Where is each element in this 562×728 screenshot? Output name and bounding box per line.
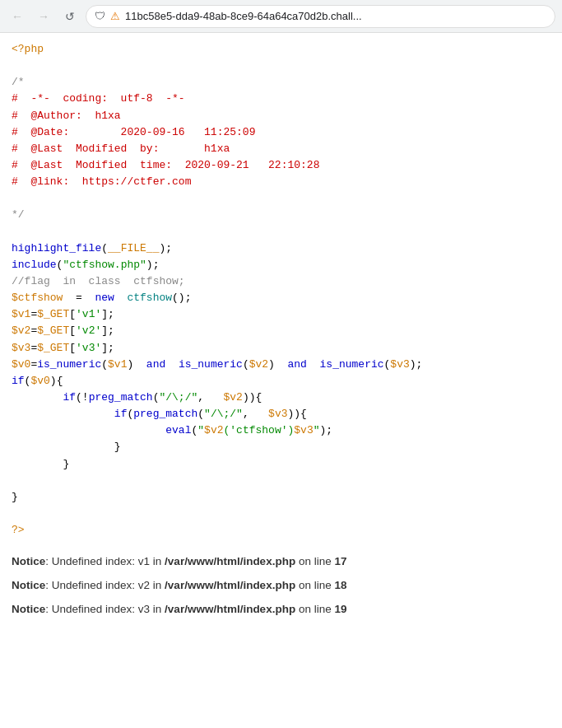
v2-line: $v2=$_GET['v2']; [12,323,550,339]
comment-open: /* [12,74,550,91]
notice-label-3: Notice [12,603,45,615]
preg2-line: if(preg_match("/\;/", $v3)){ [12,406,550,422]
warning-icon: ⚠ [110,10,120,22]
shield-icon: 🛡 [95,10,105,22]
notice-tail-2: on line [295,579,334,591]
blank-line-1 [12,58,550,74]
notice-item-1: Notice: Undefined index: v1 in /var/www/… [12,555,550,567]
notice-text-3: : Undefined index: v3 in [45,603,165,615]
forward-button[interactable]: → [33,6,54,27]
comment-coding: # -*- coding: utf-8 -*- [12,91,550,107]
comment-author: # @Author: h1xa [12,108,550,124]
back-button[interactable]: ← [7,6,28,27]
notice-item-3: Notice: Undefined index: v3 in /var/www/… [12,603,550,615]
comment-modby: # @Last Modified by: h1xa [12,141,550,157]
notice-label-2: Notice [12,579,45,591]
v1-line: $v1=$_GET['v1']; [12,306,550,323]
eval-line: eval("$v2('ctfshow')$v3"); [12,422,550,439]
notice-line-3: 19 [334,603,346,615]
notices-area: Notice: Undefined index: v1 in /var/www/… [0,547,562,635]
comment-flag: //flag in class ctfshow; [12,273,550,290]
reload-button[interactable]: ↺ [59,6,81,27]
notice-label-1: Notice [12,555,45,567]
notice-path-1: /var/www/html/index.php [165,555,295,567]
notice-tail-3: on line [295,603,334,615]
notice-text-1: : Undefined index: v1 in [45,555,165,567]
address-bar[interactable]: 🛡 ⚠ 11bc58e5-dda9-48ab-8ce9-64a64ca70d2b… [86,5,555,28]
comment-link: # @link: https://ctfer.com [12,174,550,190]
comment-modtime: # @Last Modified time: 2020-09-21 22:10:… [12,157,550,174]
notice-path-2: /var/www/html/index.php [165,579,295,591]
notice-line-2: 18 [334,579,346,591]
notice-path-3: /var/www/html/index.php [165,603,295,615]
include-line: include("ctfshow.php"); [12,257,550,273]
php-open-tag: <?php [12,41,550,58]
notice-tail-1: on line [295,555,334,567]
comment-date: # @Date: 2020-09-16 11:25:09 [12,124,550,141]
blank-line-3 [12,224,550,240]
v0-check-line: $v0=is_numeric($v1) and is_numeric($v2) … [12,357,550,373]
if-v0-line: if($v0){ [12,373,550,390]
comment-close: */ [12,207,550,223]
code-container: <?php /* # -*- coding: utf-8 -*- # @Auth… [0,33,562,547]
blank-line-5 [12,506,550,522]
browser-toolbar: ← → ↺ 🛡 ⚠ 11bc58e5-dda9-48ab-8ce9-64a64c… [0,0,562,33]
notice-line-1: 17 [334,555,346,567]
preg1-line: if(!preg_match("/\;/", $v2)){ [12,390,550,406]
v3-line: $v3=$_GET['v3']; [12,340,550,357]
close-if: } [12,489,550,506]
close-preg1: } [12,456,550,473]
close-preg2: } [12,439,550,455]
highlight-line: highlight_file(__FILE__); [12,240,550,257]
url-text: 11bc58e5-dda9-48ab-8ce9-64a64ca70d2b.cha… [125,10,362,22]
php-close-tag: ?> [12,522,550,539]
ctfshow-new: $ctfshow = new ctfshow(); [12,290,550,306]
blank-line-4 [12,473,550,489]
notice-text-2: : Undefined index: v2 in [45,579,165,591]
blank-line-2 [12,190,550,207]
notice-item-2: Notice: Undefined index: v2 in /var/www/… [12,579,550,591]
